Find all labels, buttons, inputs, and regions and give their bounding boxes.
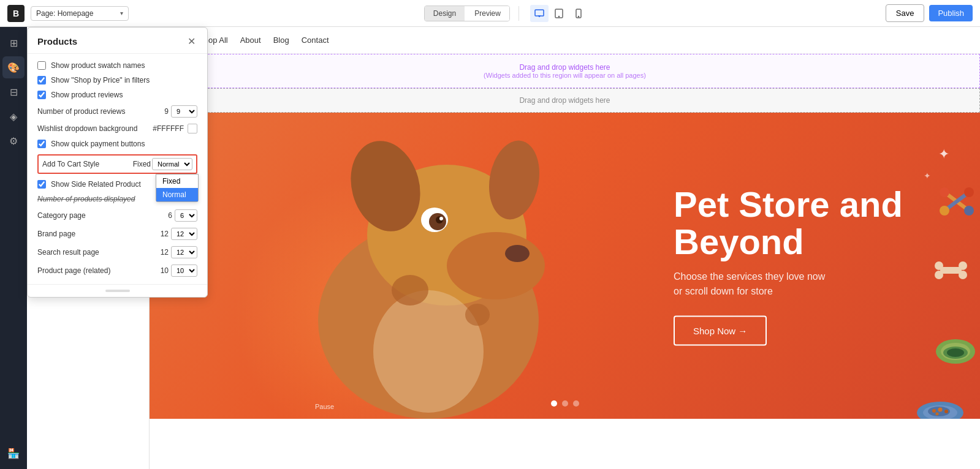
- brand-page-row: Brand page 12 12: [37, 228, 197, 240]
- sidebar-icon-store[interactable]: 🏪: [2, 442, 25, 464]
- show-swatch-names-row: Show product swatch names: [37, 61, 197, 70]
- bone-icon: [934, 260, 968, 283]
- show-shop-by-price-label: Show "Shop by Price" in filters: [51, 76, 150, 84]
- topbar: B Page: Homepage ▾ Design Preview Save P…: [0, 0, 980, 27]
- show-side-related-label: Show Side Related Product: [51, 180, 141, 189]
- drag-zone-purple: Drag and drop widgets here (Widgets adde…: [150, 54, 980, 88]
- products-modal: Products ✕ Show product swatch names Sho…: [27, 27, 208, 298]
- show-quick-payment-label: Show quick payment buttons: [51, 140, 145, 148]
- desktop-view-icon[interactable]: [530, 5, 549, 22]
- preview-view-btn[interactable]: Preview: [466, 6, 509, 21]
- dropdown-option-normal[interactable]: Normal: [156, 188, 198, 201]
- product-related-dropdown[interactable]: 10: [171, 265, 197, 277]
- show-quick-payment-checkbox[interactable]: [37, 140, 46, 148]
- show-swatch-names-label: Show product swatch names: [51, 61, 145, 70]
- wishlist-bg-value: #FFFFFF: [153, 124, 184, 133]
- modal-resize-handle[interactable]: [105, 290, 130, 292]
- sidebar-icon-widgets[interactable]: ◈: [2, 105, 25, 127]
- design-view-btn[interactable]: Design: [425, 6, 465, 21]
- dropdown-option-fixed[interactable]: Fixed: [156, 174, 198, 188]
- svg-point-38: [932, 409, 936, 413]
- star-decoration-2: ✦: [924, 171, 931, 181]
- modal-header: Products ✕: [28, 28, 207, 54]
- dog-illustration: [306, 128, 563, 419]
- svg-point-18: [392, 275, 428, 306]
- svg-rect-0: [535, 10, 544, 16]
- sidebar-icon-palette[interactable]: 🎨: [2, 56, 25, 78]
- show-swatch-names-checkbox[interactable]: [37, 61, 46, 70]
- svg-point-19: [465, 304, 490, 326]
- product-related-row: Product page (related) 10 10: [37, 265, 197, 277]
- modal-title: Products: [37, 36, 77, 47]
- add-to-cart-row: Add To Cart Style Fixed FixedNormal: [37, 154, 197, 174]
- category-page-value: 6: [168, 211, 172, 220]
- wishlist-bg-label: Wishlist dropdown background: [37, 124, 153, 133]
- logo-icon: B: [7, 5, 25, 22]
- show-side-related-checkbox[interactable]: [37, 180, 46, 189]
- svg-point-34: [947, 348, 964, 357]
- preview-nav: Shop All About Blog Contact: [150, 27, 980, 54]
- sidebar-icon-layout[interactable]: ⊟: [2, 81, 25, 103]
- search-result-value: 12: [161, 248, 169, 257]
- show-product-reviews-checkbox[interactable]: [37, 91, 46, 99]
- add-to-cart-dropdown[interactable]: FixedNormal: [152, 158, 192, 170]
- tablet-view-icon[interactable]: [550, 5, 568, 22]
- wishlist-bg-row: Wishlist dropdown background #FFFFFF: [37, 124, 197, 133]
- svg-point-40: [944, 410, 948, 413]
- drag-zone-sub: (Widgets added to this region will appea…: [159, 72, 971, 79]
- product-related-value: 10: [161, 266, 169, 275]
- chevron-down-icon: ▾: [120, 10, 123, 17]
- sidebar-icon-settings[interactable]: ⚙: [2, 130, 25, 152]
- sidebar-icon-home[interactable]: ⊞: [2, 32, 25, 54]
- category-page-dropdown[interactable]: 6: [175, 209, 197, 222]
- preview-area: Shop All About Blog Contact Drag and dro…: [150, 27, 980, 469]
- svg-point-39: [938, 408, 943, 412]
- num-reviews-dropdown[interactable]: 9612: [171, 105, 197, 118]
- mobile-view-icon[interactable]: [569, 5, 588, 22]
- svg-point-10: [505, 245, 530, 262]
- hero-title: Pet Store and Beyond: [674, 186, 931, 261]
- save-button[interactable]: Save: [886, 4, 925, 22]
- drag-zone-gray-text: Drag and drop widgets here: [158, 96, 972, 105]
- icon-sidebar: ⊞ 🎨 ⊟ ◈ ⚙ 🏪: [0, 27, 27, 469]
- add-to-cart-value: Fixed: [133, 160, 151, 168]
- num-reviews-label: Number of product reviews: [37, 107, 164, 116]
- nav-about[interactable]: About: [240, 33, 261, 47]
- add-to-cart-container: Add To Cart Style Fixed FixedNormal Fixe…: [37, 154, 197, 174]
- shop-now-button[interactable]: Shop Now →: [674, 315, 767, 345]
- page-selector[interactable]: Page: Homepage ▾: [31, 6, 129, 21]
- add-to-cart-dropdown-list: Fixed Normal: [156, 174, 199, 202]
- pause-button[interactable]: Pause: [315, 403, 334, 410]
- add-to-cart-label: Add To Cart Style: [42, 160, 99, 168]
- rope-toy-icon: [938, 186, 975, 219]
- search-result-page-row: Search result page 12 12: [37, 246, 197, 258]
- show-product-reviews-label: Show product reviews: [51, 91, 123, 99]
- hero-dot-1[interactable]: [551, 400, 557, 407]
- hero-content: Pet Store and Beyond Choose the services…: [674, 186, 931, 346]
- drag-zone-gray: Drag and drop widgets here: [150, 88, 980, 113]
- search-result-dropdown[interactable]: 12: [171, 246, 197, 258]
- svg-point-30: [959, 271, 967, 279]
- show-shop-by-price-row: Show "Shop by Price" in filters: [37, 76, 197, 84]
- show-shop-by-price-checkbox[interactable]: [37, 76, 46, 84]
- page-selector-label: Page: Homepage: [36, 9, 93, 18]
- publish-button[interactable]: Publish: [929, 5, 973, 21]
- preview-frame: Shop All About Blog Contact Drag and dro…: [150, 27, 980, 469]
- svg-rect-26: [940, 267, 962, 274]
- num-reviews-row: Number of product reviews 9 9612: [37, 105, 197, 118]
- hero-section: Pet Store and Beyond Choose the services…: [150, 113, 980, 419]
- svg-point-6: [578, 16, 579, 17]
- hero-dot-3[interactable]: [573, 400, 579, 407]
- wishlist-color-swatch[interactable]: [188, 124, 197, 133]
- device-view-icons: [530, 5, 588, 22]
- nav-blog[interactable]: Blog: [273, 33, 289, 47]
- svg-point-25: [964, 187, 974, 197]
- modal-close-button[interactable]: ✕: [185, 35, 197, 47]
- svg-point-41: [936, 413, 939, 416]
- brand-page-dropdown[interactable]: 12: [171, 228, 197, 240]
- svg-point-28: [935, 271, 943, 279]
- hero-dot-2[interactable]: [562, 400, 568, 407]
- hero-subtitle: Choose the services they love nowor scro…: [674, 269, 931, 298]
- nav-contact[interactable]: Contact: [302, 33, 329, 47]
- svg-point-24: [940, 206, 949, 216]
